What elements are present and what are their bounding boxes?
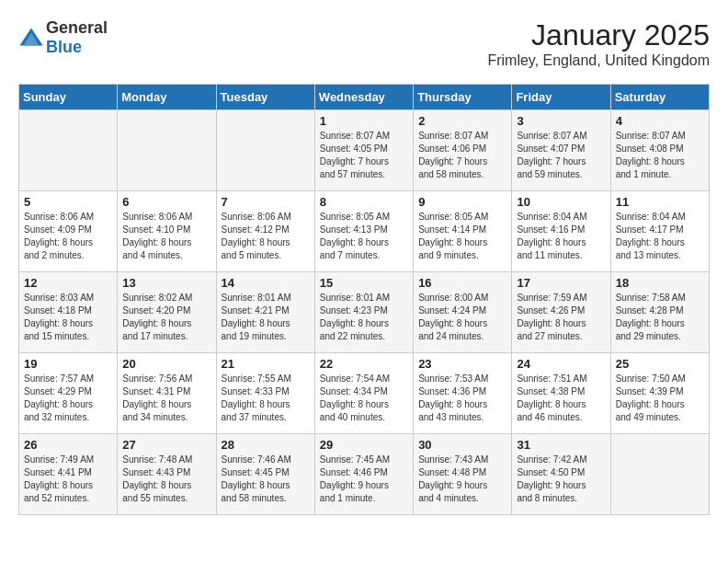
day-content: Sunrise: 8:07 AM Sunset: 4:05 PM Dayligh… (320, 130, 408, 181)
day-content: Sunrise: 7:53 AM Sunset: 4:36 PM Dayligh… (418, 373, 506, 424)
day-content: Sunrise: 7:49 AM Sunset: 4:41 PM Dayligh… (24, 454, 112, 505)
title-block: January 2025 Frimley, England, United Ki… (487, 18, 710, 69)
calendar-cell: 11Sunrise: 8:04 AM Sunset: 4:17 PM Dayli… (610, 191, 709, 272)
day-number: 9 (418, 195, 506, 209)
day-of-week-header: Monday (118, 85, 216, 110)
day-number: 12 (24, 276, 112, 290)
calendar-cell: 4Sunrise: 8:07 AM Sunset: 4:08 PM Daylig… (610, 110, 709, 191)
calendar-week-row: 19Sunrise: 7:57 AM Sunset: 4:29 PM Dayli… (19, 353, 710, 434)
calendar-cell: 5Sunrise: 8:06 AM Sunset: 4:09 PM Daylig… (19, 191, 118, 272)
calendar-cell: 17Sunrise: 7:59 AM Sunset: 4:26 PM Dayli… (512, 272, 610, 353)
day-content: Sunrise: 8:03 AM Sunset: 4:18 PM Dayligh… (24, 292, 112, 343)
calendar-body: 1Sunrise: 8:07 AM Sunset: 4:05 PM Daylig… (19, 110, 710, 515)
day-number: 18 (616, 276, 704, 290)
day-of-week-header: Sunday (19, 85, 118, 110)
calendar-week-row: 12Sunrise: 8:03 AM Sunset: 4:18 PM Dayli… (19, 272, 710, 353)
day-content: Sunrise: 8:04 AM Sunset: 4:16 PM Dayligh… (517, 211, 605, 262)
calendar-table: SundayMondayTuesdayWednesdayThursdayFrid… (18, 84, 710, 515)
day-content: Sunrise: 8:06 AM Sunset: 4:10 PM Dayligh… (122, 211, 210, 262)
day-number: 23 (418, 357, 506, 371)
calendar-cell (19, 110, 118, 191)
day-content: Sunrise: 7:42 AM Sunset: 4:50 PM Dayligh… (517, 454, 605, 505)
day-content: Sunrise: 7:57 AM Sunset: 4:29 PM Dayligh… (24, 373, 112, 424)
logo-general: General (46, 18, 108, 37)
calendar-cell: 8Sunrise: 8:05 AM Sunset: 4:13 PM Daylig… (314, 191, 413, 272)
calendar-header-row: SundayMondayTuesdayWednesdayThursdayFrid… (19, 85, 710, 110)
day-content: Sunrise: 7:50 AM Sunset: 4:39 PM Dayligh… (616, 373, 704, 424)
day-number: 25 (616, 357, 704, 371)
day-of-week-header: Tuesday (216, 85, 314, 110)
calendar-cell: 23Sunrise: 7:53 AM Sunset: 4:36 PM Dayli… (414, 353, 512, 434)
day-number: 22 (320, 357, 408, 371)
day-number: 1 (320, 114, 408, 128)
day-content: Sunrise: 8:07 AM Sunset: 4:06 PM Dayligh… (418, 130, 506, 181)
calendar-cell: 21Sunrise: 7:55 AM Sunset: 4:33 PM Dayli… (216, 353, 314, 434)
day-number: 3 (517, 114, 605, 128)
day-number: 15 (320, 276, 408, 290)
calendar-week-row: 1Sunrise: 8:07 AM Sunset: 4:05 PM Daylig… (19, 110, 710, 191)
calendar-cell: 20Sunrise: 7:56 AM Sunset: 4:31 PM Dayli… (118, 353, 216, 434)
day-number: 16 (418, 276, 506, 290)
logo: General Blue (18, 18, 108, 57)
calendar-cell: 7Sunrise: 8:06 AM Sunset: 4:12 PM Daylig… (216, 191, 314, 272)
day-content: Sunrise: 8:02 AM Sunset: 4:20 PM Dayligh… (122, 292, 210, 343)
calendar-cell: 2Sunrise: 8:07 AM Sunset: 4:06 PM Daylig… (414, 110, 512, 191)
day-number: 20 (122, 357, 210, 371)
calendar-cell: 18Sunrise: 7:58 AM Sunset: 4:28 PM Dayli… (610, 272, 709, 353)
day-of-week-header: Friday (512, 85, 610, 110)
day-number: 5 (24, 195, 112, 209)
day-number: 17 (517, 276, 605, 290)
day-content: Sunrise: 7:51 AM Sunset: 4:38 PM Dayligh… (517, 373, 605, 424)
calendar-cell: 6Sunrise: 8:06 AM Sunset: 4:10 PM Daylig… (118, 191, 216, 272)
day-of-week-header: Wednesday (314, 85, 413, 110)
day-number: 28 (222, 438, 310, 452)
day-number: 30 (418, 438, 506, 452)
calendar-cell: 9Sunrise: 8:05 AM Sunset: 4:14 PM Daylig… (414, 191, 512, 272)
day-content: Sunrise: 7:56 AM Sunset: 4:31 PM Dayligh… (122, 373, 210, 424)
calendar-cell: 26Sunrise: 7:49 AM Sunset: 4:41 PM Dayli… (19, 434, 118, 515)
calendar-cell: 14Sunrise: 8:01 AM Sunset: 4:21 PM Dayli… (216, 272, 314, 353)
calendar-cell: 27Sunrise: 7:48 AM Sunset: 4:43 PM Dayli… (118, 434, 216, 515)
day-number: 6 (122, 195, 210, 209)
day-content: Sunrise: 7:46 AM Sunset: 4:45 PM Dayligh… (222, 454, 310, 505)
day-number: 19 (24, 357, 112, 371)
month-title: January 2025 (487, 18, 710, 52)
day-number: 31 (517, 438, 605, 452)
day-content: Sunrise: 7:45 AM Sunset: 4:46 PM Dayligh… (320, 454, 408, 505)
day-content: Sunrise: 7:43 AM Sunset: 4:48 PM Dayligh… (418, 454, 506, 505)
day-content: Sunrise: 8:06 AM Sunset: 4:09 PM Dayligh… (24, 211, 112, 262)
day-number: 26 (24, 438, 112, 452)
day-number: 27 (122, 438, 210, 452)
day-number: 21 (222, 357, 310, 371)
calendar-cell: 22Sunrise: 7:54 AM Sunset: 4:34 PM Dayli… (314, 353, 413, 434)
calendar-cell: 29Sunrise: 7:45 AM Sunset: 4:46 PM Dayli… (314, 434, 413, 515)
day-content: Sunrise: 8:00 AM Sunset: 4:24 PM Dayligh… (418, 292, 506, 343)
day-number: 10 (517, 195, 605, 209)
calendar-cell: 1Sunrise: 8:07 AM Sunset: 4:05 PM Daylig… (314, 110, 413, 191)
day-content: Sunrise: 8:04 AM Sunset: 4:17 PM Dayligh… (616, 211, 704, 262)
day-of-week-header: Thursday (414, 85, 512, 110)
day-number: 13 (122, 276, 210, 290)
calendar-cell: 31Sunrise: 7:42 AM Sunset: 4:50 PM Dayli… (512, 434, 610, 515)
day-content: Sunrise: 7:58 AM Sunset: 4:28 PM Dayligh… (616, 292, 704, 343)
day-content: Sunrise: 8:07 AM Sunset: 4:08 PM Dayligh… (616, 130, 704, 181)
day-number: 14 (222, 276, 310, 290)
day-of-week-header: Saturday (610, 85, 709, 110)
calendar-week-row: 26Sunrise: 7:49 AM Sunset: 4:41 PM Dayli… (19, 434, 710, 515)
day-number: 2 (418, 114, 506, 128)
calendar-cell: 30Sunrise: 7:43 AM Sunset: 4:48 PM Dayli… (414, 434, 512, 515)
calendar-cell: 24Sunrise: 7:51 AM Sunset: 4:38 PM Dayli… (512, 353, 610, 434)
day-content: Sunrise: 8:05 AM Sunset: 4:14 PM Dayligh… (418, 211, 506, 262)
day-number: 24 (517, 357, 605, 371)
day-content: Sunrise: 7:54 AM Sunset: 4:34 PM Dayligh… (320, 373, 408, 424)
day-number: 29 (320, 438, 408, 452)
location: Frimley, England, United Kingdom (487, 52, 710, 69)
logo-icon (18, 25, 44, 51)
calendar-cell (610, 434, 709, 515)
calendar-cell: 16Sunrise: 8:00 AM Sunset: 4:24 PM Dayli… (414, 272, 512, 353)
day-content: Sunrise: 8:06 AM Sunset: 4:12 PM Dayligh… (222, 211, 310, 262)
day-content: Sunrise: 7:55 AM Sunset: 4:33 PM Dayligh… (222, 373, 310, 424)
calendar-cell: 3Sunrise: 8:07 AM Sunset: 4:07 PM Daylig… (512, 110, 610, 191)
day-number: 8 (320, 195, 408, 209)
day-content: Sunrise: 8:07 AM Sunset: 4:07 PM Dayligh… (517, 130, 605, 181)
